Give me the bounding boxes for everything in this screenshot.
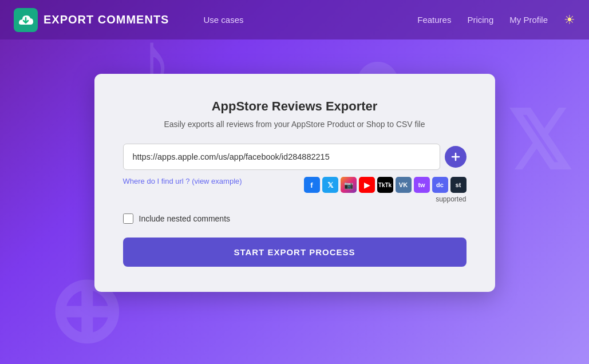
logo-icon: [14, 8, 38, 32]
facebook-icon: f: [304, 177, 320, 193]
steam-icon: st: [450, 177, 467, 193]
card-subtitle: Easily exports all reviews from your App…: [123, 120, 467, 129]
help-url-link[interactable]: Where do I find url ? (view example): [123, 177, 242, 185]
twitter-icon: 𝕏: [322, 177, 338, 193]
theme-toggle-button[interactable]: ☀: [564, 13, 575, 27]
features-link[interactable]: Features: [417, 15, 451, 25]
discord-icon: dc: [432, 177, 448, 193]
checkbox-row: Include nested comments: [123, 213, 467, 224]
main-content: AppStore Reviews Exporter Easily exports…: [0, 39, 589, 292]
url-input[interactable]: [123, 144, 440, 170]
card-title: AppStore Reviews Exporter: [123, 99, 467, 114]
plus-icon: [450, 151, 461, 163]
brand-text: EXPORT COMMENTS: [44, 13, 169, 26]
twitch-icon: tw: [414, 177, 430, 193]
url-input-row: [123, 144, 467, 170]
nav-right: Features Pricing My Profile ☀: [417, 13, 575, 27]
brand-link[interactable]: EXPORT COMMENTS: [14, 8, 169, 32]
add-url-button[interactable]: [445, 146, 467, 168]
nav-links: Use cases: [203, 15, 243, 25]
nested-comments-label[interactable]: Include nested comments: [139, 214, 231, 223]
help-row: Where do I find url ? (view example) f 𝕏…: [123, 177, 467, 203]
social-icons-container: f 𝕏 📷 ▶ TkTk VK tw dc st: [304, 177, 467, 203]
vk-icon: VK: [396, 177, 412, 193]
nested-comments-checkbox[interactable]: [123, 213, 133, 224]
pricing-link[interactable]: Pricing: [467, 15, 493, 25]
start-export-button[interactable]: START EXPORT PROCESS: [123, 238, 467, 267]
navbar: EXPORT COMMENTS Use cases Features Prici…: [0, 0, 589, 39]
export-card: AppStore Reviews Exporter Easily exports…: [94, 74, 495, 292]
instagram-icon: 📷: [341, 177, 357, 193]
supported-label: supported: [436, 195, 466, 203]
social-icons-row: f 𝕏 📷 ▶ TkTk VK tw dc st: [304, 177, 467, 193]
use-cases-link[interactable]: Use cases: [203, 15, 243, 25]
youtube-icon: ▶: [359, 177, 375, 193]
tiktok-icon: TkTk: [377, 177, 393, 193]
my-profile-link[interactable]: My Profile: [509, 15, 548, 25]
